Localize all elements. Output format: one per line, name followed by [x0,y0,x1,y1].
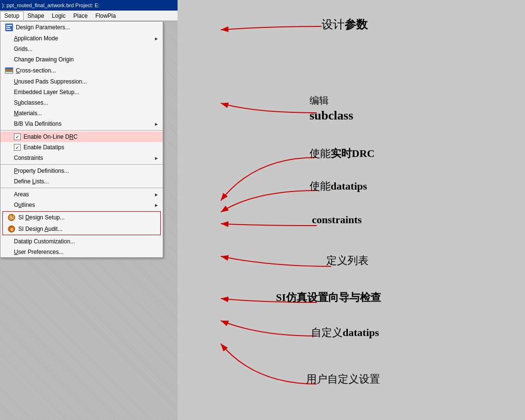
menu-item-enable-drc[interactable]: ✓ Enable On-Line DRC [0,132,163,142]
label: SI Design Setup... [18,214,65,221]
label: Datatip Customization... [14,238,75,245]
menu-item-areas[interactable]: Areas ► [0,189,163,200]
menu-item-embedded-layer[interactable]: Embedded Layer Setup... [0,87,163,97]
svg-rect-2 [6,27,10,28]
menu-item-si-design-audit[interactable]: ⚙ SI Design Audit... [3,223,160,235]
menu-item-design-parameters[interactable]: Design Parameters... [0,22,163,33]
label: Materials... [14,110,42,117]
label: Outlines [14,202,35,208]
menu-item-grids[interactable]: Grids... [0,44,163,54]
menu-item-datatip-customization[interactable]: Datatip Customization... [0,236,163,247]
svg-rect-1 [6,25,12,26]
submenu-arrow: ► [154,203,159,208]
menu-place[interactable]: Place [70,12,92,20]
label: B/B Via Definitions [14,120,61,127]
divider-3 [0,188,163,188]
submenu-arrow: ► [154,192,159,197]
menu-shape[interactable]: Shape [24,12,48,20]
svg-rect-6 [5,69,13,71]
setup-dropdown: Design Parameters... Application Mode ► … [0,21,163,258]
menu-item-constraints[interactable]: Constraints ► [0,153,163,163]
menu-item-outlines[interactable]: Outlines ► [0,200,163,210]
menu-item-cross-section[interactable]: Cross-section... [0,65,163,76]
label: Constraints [14,155,43,161]
label: Grids... [14,46,33,52]
menu-item-change-drawing-origin[interactable]: Change Drawing Origin [0,54,163,65]
label: Enable Datatips [24,144,64,151]
label: Enable On-Line DRC [24,133,78,140]
label: Define Lists... [14,178,49,185]
si-group: SI SI Design Setup... ⚙ SI Design Audit.… [2,211,161,235]
annotation-design-params: 设计参数 [322,17,368,32]
label: Change Drawing Origin [14,56,74,63]
annotation-datatip-custom: 自定义datatips [311,325,379,340]
svg-rect-5 [5,68,13,69]
menu-bar: Setup Shape Logic Place FlowPla [0,11,178,21]
svg-rect-3 [6,29,11,30]
menu-item-via-definitions[interactable]: B/B Via Definitions ► [0,119,163,129]
divider-1 [0,130,163,131]
label: Areas [14,191,29,198]
annotation-drc: 使能实时DRC [310,146,375,161]
menu-item-property-definitions[interactable]: Property Definitions... [0,166,163,176]
submenu-arrow: ► [154,121,159,127]
annotation-subclass: 编辑 subclass [310,94,353,124]
label: Unused Pads Suppression... [14,78,87,85]
svg-text:SI: SI [9,215,14,220]
divider-2 [0,164,163,165]
design-params-icon [4,23,14,32]
menu-flowpla[interactable]: FlowPla [92,12,120,20]
svg-rect-7 [5,71,13,72]
label: Property Definitions... [14,168,69,174]
label: Application Mode [14,35,58,42]
watermark: CSDN [506,410,521,416]
datatips-checkbox[interactable]: ✓ [14,144,21,151]
svg-text:⚙: ⚙ [10,228,13,232]
submenu-arrow: ► [154,36,159,41]
si-setup-icon: SI [7,213,16,222]
label: Embedded Layer Setup... [14,89,79,96]
menu-logic[interactable]: Logic [48,12,70,20]
label: User Preferences... [14,249,63,255]
annotation-constraints: constraints [312,214,362,226]
drc-checkbox[interactable]: ✓ [14,133,21,140]
si-audit-icon: ⚙ [7,225,16,233]
menu-item-enable-datatips[interactable]: ✓ Enable Datatips [0,142,163,153]
annotation-define-lists: 定义列表 [326,253,369,268]
submenu-arrow: ► [154,156,159,161]
annotation-user-pref: 用户自定义设置 [306,372,380,386]
label: Cross-section... [16,67,56,74]
menu-item-user-preferences[interactable]: User Preferences... [0,247,163,257]
annotation-si-setup: SI仿真设置向导与检查 [276,290,381,305]
menu-item-subclasses[interactable]: Subclasses... [0,97,163,108]
label: Design Parameters... [16,24,70,31]
menu-item-unused-pads[interactable]: Unused Pads Suppression... [0,76,163,87]
menu-setup[interactable]: Setup [0,11,24,20]
title-bar: ): ppt_routed_final_artwork.brd Project:… [0,0,178,11]
menu-item-materials[interactable]: Materials... [0,108,163,119]
menu-item-application-mode[interactable]: Application Mode ► [0,33,163,44]
cross-section-icon [4,66,14,75]
menu-item-si-design-setup[interactable]: SI SI Design Setup... [3,212,160,223]
title-text: ): ppt_routed_final_artwork.brd Project:… [2,2,100,8]
menu-item-define-lists[interactable]: Define Lists... [0,176,163,187]
annotation-datatips: 使能datatips [310,179,367,193]
label: Subclasses... [14,99,48,106]
label: SI Design Audit... [18,226,62,232]
